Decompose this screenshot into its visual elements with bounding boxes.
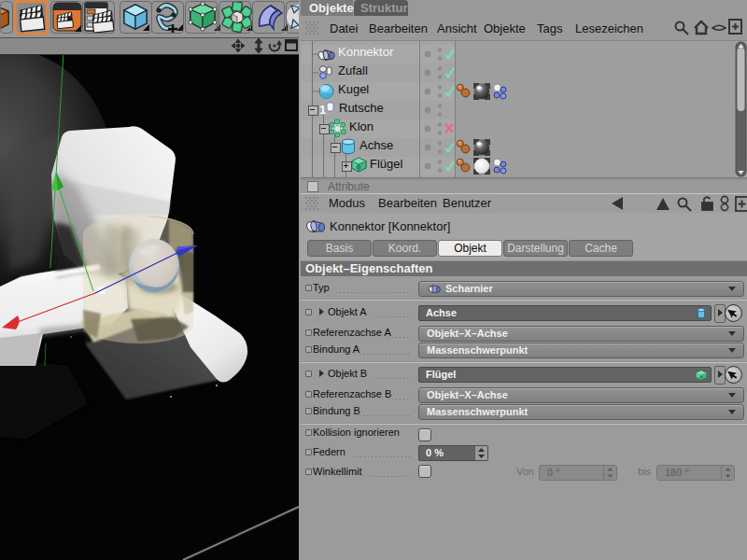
svg-text:1: 1 bbox=[319, 103, 326, 117]
